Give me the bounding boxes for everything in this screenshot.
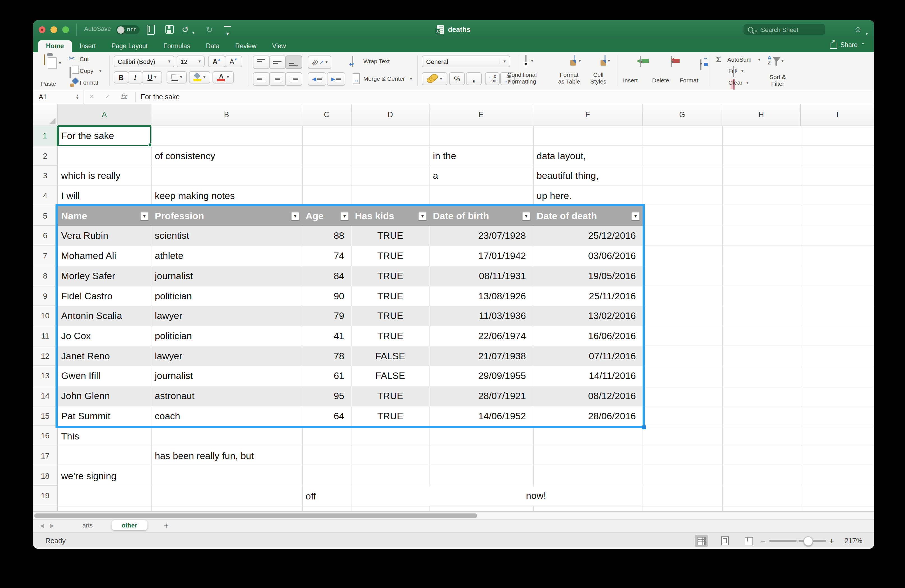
autosum-icon[interactable]: Σ [716,54,721,64]
align-top-button[interactable] [253,55,270,69]
delete-cells-dropdown[interactable] [671,60,673,65]
row-header-18[interactable]: 18 [33,466,57,486]
decrease-decimal-button[interactable]: ←.0.00 [485,72,500,85]
percent-format-button[interactable]: % [449,72,465,85]
name-box[interactable]: A1 ▲▼ [33,90,84,104]
row-header-7[interactable]: 7 [33,246,57,266]
table-header-has-kids[interactable]: Has kids [352,206,430,226]
cell-date-of-death[interactable]: 07/11/2016 [533,346,643,366]
sheet-tab-other[interactable]: other [111,520,147,530]
grow-font-button[interactable]: A [208,55,225,67]
column-header-g[interactable]: G [643,104,722,126]
filter-dropdown-button[interactable] [340,212,349,220]
cell-a3[interactable]: which is really [58,166,151,186]
copy-dropdown[interactable] [99,69,102,73]
row-header-16[interactable]: 16 [33,426,57,446]
table-row[interactable]: John Glennastronaut95TRUE28/07/192108/12… [58,386,643,406]
column-header-f[interactable]: F [533,104,643,126]
cell-date-of-birth[interactable]: 23/07/1928 [430,226,533,246]
zoom-in-button[interactable]: + [829,536,834,545]
cell-age[interactable]: 88 [302,226,352,246]
cell-age[interactable]: 78 [302,346,352,366]
next-sheet-arrow[interactable]: ▶ [50,522,54,529]
zoom-out-button[interactable]: − [761,536,765,545]
cell-profession[interactable]: politician [151,326,302,346]
cell-a4[interactable]: I will [58,186,151,206]
align-right-button[interactable] [286,72,302,86]
decrease-indent-button[interactable]: ◀ [308,72,326,86]
cell-has-kids[interactable]: TRUE [352,246,430,266]
cell-age[interactable]: 79 [302,306,352,326]
format-cells-label[interactable]: Format [680,77,699,84]
cell-age[interactable]: 90 [302,286,352,306]
cell-c19[interactable]: off [302,486,352,506]
cell-has-kids[interactable]: TRUE [352,386,430,406]
cell-a1[interactable]: For the sake [58,126,151,146]
paste-button[interactable] [44,55,45,65]
paste-label[interactable]: Paste [41,80,56,87]
feedback-smiley-icon[interactable]: ☺ [854,25,862,33]
cell-has-kids[interactable]: TRUE [352,406,430,426]
sort-filter-dropdown[interactable] [781,59,784,63]
cell-date-of-birth[interactable]: 08/11/1931 [430,266,533,286]
cell-name[interactable]: Mohamed Ali [58,246,151,266]
merge-center-label[interactable]: Merge & Center [364,75,405,82]
feedback-dropdown[interactable] [866,27,868,38]
cell-has-kids[interactable]: TRUE [352,266,430,286]
table-row[interactable]: Jo Coxpolitician41TRUE22/06/197416/06/20… [58,326,643,346]
cell-b4[interactable]: keep making notes [151,186,302,206]
column-header-h[interactable]: H [722,104,801,126]
column-header-c[interactable]: C [302,104,352,126]
row-header-2[interactable]: 2 [33,146,57,166]
horizontal-scrollbar-thumb[interactable] [34,514,477,518]
cell-name[interactable]: Jo Cox [58,326,151,346]
column-header-i[interactable]: I [801,104,874,126]
search-scope-dropdown[interactable] [755,24,757,35]
fill-label[interactable]: Fill [729,67,736,74]
table-row[interactable]: Fidel Castropolitician90TRUE13/08/192625… [58,286,643,306]
row-header-15[interactable]: 15 [33,406,57,426]
table-header-age[interactable]: Age [302,206,352,226]
tab-data[interactable]: Data [198,40,228,52]
tab-review[interactable]: Review [227,40,264,52]
cell-f4[interactable]: up here. [533,186,643,206]
sort-filter-label[interactable]: Sort &Filter [763,73,792,87]
name-box-spinner[interactable]: ▲▼ [76,94,79,100]
cell-name[interactable]: Pat Summit [58,406,151,426]
cell-age[interactable]: 64 [302,406,352,426]
column-header-b[interactable]: B [151,104,302,126]
cell-has-kids[interactable]: FALSE [352,366,430,386]
tab-view[interactable]: View [264,40,294,52]
cell-profession[interactable]: lawyer [151,306,302,326]
page-layout-view-button[interactable] [718,535,732,547]
filter-dropdown-button[interactable] [291,212,299,220]
cell-profession[interactable]: journalist [151,266,302,286]
cell-a18[interactable]: we're signing [58,466,151,486]
clear-label[interactable]: Clear [729,79,742,86]
table-header-date-of-birth[interactable]: Date of birth [430,206,533,226]
cell-date-of-birth[interactable]: 28/07/1921 [430,386,533,406]
tab-home[interactable]: Home [38,40,72,52]
tab-page-layout[interactable]: Page Layout [103,40,155,52]
italic-button[interactable]: I [128,71,143,84]
tab-insert[interactable]: Insert [72,40,104,52]
formula-bar-value[interactable]: For the sake [141,93,180,101]
table-row[interactable]: Mohamed Aliathlete74TRUE17/01/194203/06/… [58,246,643,266]
cell-f3[interactable]: beautiful thing, [533,166,643,186]
select-all-corner[interactable] [33,104,58,126]
align-center-button[interactable] [269,72,286,86]
conditional-formatting-dropdown[interactable] [531,59,533,63]
ribbon-collapse-chevron-icon[interactable]: ⌃ [861,42,865,48]
zoom-slider-thumb[interactable] [803,536,813,546]
cell-profession[interactable]: astronaut [151,386,302,406]
cell-age[interactable]: 41 [302,326,352,346]
table-row[interactable]: Gwen Ifilljournalist61FALSE29/09/195514/… [58,366,643,386]
table-row[interactable]: Morley Saferjournalist84TRUE08/11/193119… [58,266,643,286]
cell-date-of-death[interactable]: 03/06/2016 [533,246,643,266]
underline-button[interactable]: U [142,71,162,84]
row-header-10[interactable]: 10 [33,306,57,326]
cell-styles-label[interactable]: CellStyles [584,71,612,85]
search-sheet-box[interactable] [743,24,826,35]
table-header-profession[interactable]: Profession [151,206,302,226]
format-painter-label[interactable]: Format [79,79,98,86]
